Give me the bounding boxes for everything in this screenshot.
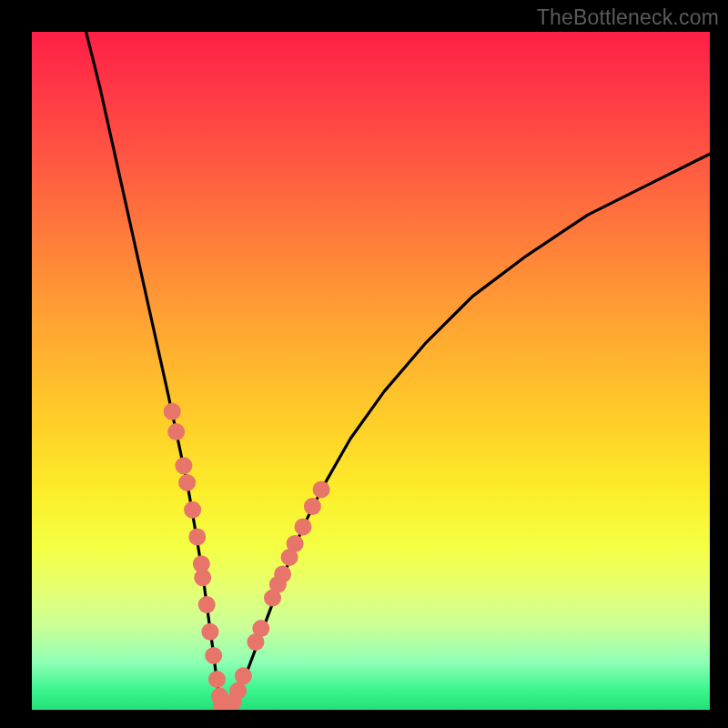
svg-point-19	[235, 667, 252, 684]
chart-svg	[32, 32, 710, 710]
watermark-text: TheBottleneck.com	[537, 5, 719, 30]
svg-point-10	[205, 647, 222, 664]
bottleneck-curve	[86, 32, 710, 709]
svg-point-7	[194, 569, 211, 586]
svg-point-24	[274, 566, 291, 583]
svg-point-8	[198, 596, 216, 613]
svg-point-29	[313, 480, 330, 498]
svg-point-4	[184, 501, 201, 519]
svg-point-2	[175, 457, 192, 474]
data-markers	[164, 403, 330, 710]
svg-point-27	[295, 518, 312, 535]
svg-point-18	[229, 682, 247, 700]
chart-frame: TheBottleneck.com	[0, 0, 728, 728]
svg-point-0	[164, 403, 181, 420]
svg-point-11	[208, 671, 226, 688]
svg-point-1	[167, 423, 185, 440]
svg-point-28	[304, 498, 321, 515]
svg-point-21	[252, 620, 269, 637]
svg-point-3	[178, 474, 196, 491]
svg-point-26	[287, 535, 304, 552]
plot-area	[32, 32, 710, 710]
svg-point-5	[188, 529, 206, 546]
svg-point-9	[201, 623, 218, 641]
